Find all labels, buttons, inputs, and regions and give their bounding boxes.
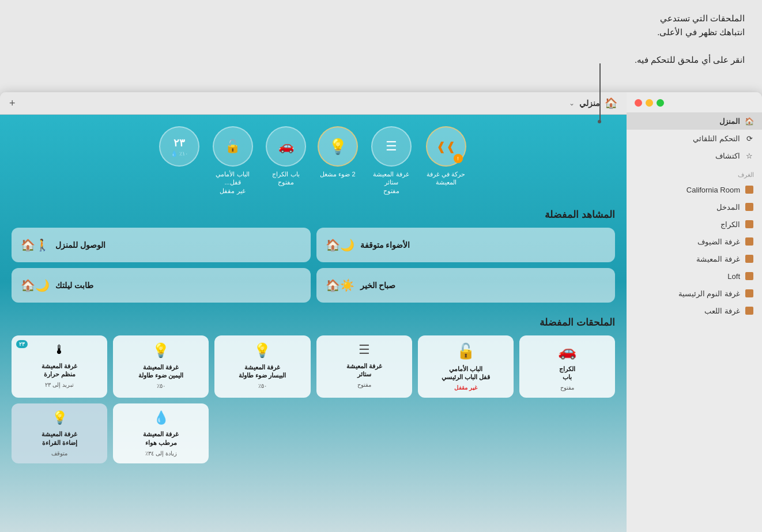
room-icon-master bbox=[745, 289, 754, 298]
accessory-curtain-label: غرفة المعيشة ستائرمفتوح bbox=[369, 170, 413, 195]
accessory-lock-label: الباب الأمامي قفل...غير مقفل bbox=[211, 170, 254, 195]
spacer-4 bbox=[214, 403, 310, 463]
room-master-label: غرفة النوم الرئيسية bbox=[678, 289, 740, 298]
scene-night-icon: 🌙🏠 bbox=[21, 278, 50, 292]
acc-card-reading-light[interactable]: 💡 غرفة المعيشةإضاءة القراءة متوقف bbox=[12, 403, 107, 463]
accessory-motion[interactable]: ❱❱ ! حركة في غرفة المعيشة bbox=[424, 126, 467, 195]
sidebar-item-entrance[interactable]: المدخل bbox=[627, 198, 762, 216]
acc-card-right-lamp-status: ٥٠٪ bbox=[157, 383, 165, 389]
spacer-1 bbox=[519, 403, 615, 463]
title-bar: 🏠 منزلي ⌄ + bbox=[0, 92, 627, 115]
scene-arrive-icon: 🚶🏠 bbox=[21, 238, 50, 252]
sidebar-item-discover[interactable]: ☆ اكتشاف bbox=[627, 147, 762, 164]
acc-card-curtain[interactable]: ☰ غرفة المعيشةستائر مفتوح bbox=[316, 335, 412, 398]
acc-card-right-lamp[interactable]: 💡 غرفة المعيشةاليمين ضوء طاولة ٥٠٪ bbox=[113, 335, 209, 398]
auto-icon: ⟳ bbox=[745, 134, 754, 143]
title-bar-chevron-icon: ⌄ bbox=[569, 99, 575, 107]
sidebar: 🏠 المنزل ⟳ التحكم التلقائي ☆ اكتشاف الغر… bbox=[627, 92, 762, 532]
acc-card-thermostat-status: تبريد إلى ٢٣ bbox=[45, 382, 74, 388]
accessories-grid-row1: 🚗 الكراجباب مفتوح 🔓 الباب الأماميقفل الب… bbox=[12, 335, 615, 398]
fullscreen-button[interactable] bbox=[657, 99, 664, 107]
acc-card-garage-title: الكراجباب bbox=[559, 365, 575, 382]
accessory-thermostat[interactable]: ٢٣ ١٠٪ 💧 bbox=[159, 126, 199, 195]
scene-good-morning[interactable]: صباح الخير ☀️🏠 bbox=[316, 268, 616, 303]
sidebar-item-garage[interactable]: الكراج bbox=[627, 216, 762, 233]
room-guest-label: غرفة الضيوف bbox=[697, 237, 740, 246]
content-area: ❱❱ ! حركة في غرفة المعيشة ☰ غرفة المعيشة… bbox=[0, 115, 627, 532]
scene-arrive-home[interactable]: الوصول للمنزل 🚶🏠 bbox=[12, 228, 311, 262]
acc-card-left-lamp-status: ٥٠٪ bbox=[258, 383, 267, 389]
curtain-icon: ☰ bbox=[386, 139, 397, 154]
acc-card-lock-title: الباب الأماميقفل الباب الرئيسي bbox=[442, 365, 490, 382]
acc-card-left-lamp[interactable]: 💡 غرفة المعيشةالبيسار ضوء طاولة ٥٠٪ bbox=[214, 335, 310, 398]
acc-card-left-lamp-title: غرفة المعيشةالبيسار ضوء طاولة bbox=[239, 363, 286, 380]
accessory-lights[interactable]: 💡 2 ضوء مشغل bbox=[318, 126, 358, 195]
acc-card-garage[interactable]: 🚗 الكراجباب مفتوح bbox=[519, 335, 615, 398]
thermostat-value: ٢٣ bbox=[173, 137, 185, 149]
room-icon-garage bbox=[745, 220, 754, 229]
sidebar-home-label: المنزل bbox=[719, 117, 740, 126]
title-bar-title: منزلي bbox=[579, 99, 600, 108]
scene-good-night[interactable]: طابت ليلتك 🌙🏠 bbox=[12, 268, 311, 303]
sidebar-discover-label: اكتشاف bbox=[715, 152, 740, 160]
title-bar-home-icon: 🏠 bbox=[605, 97, 617, 110]
room-icon-living bbox=[745, 254, 754, 263]
sidebar-item-california-room[interactable]: California Room bbox=[627, 181, 762, 198]
scene-morning-label: صباح الخير bbox=[360, 281, 396, 290]
traffic-lights bbox=[627, 92, 762, 112]
accessory-circle-motion: ❱❱ ! bbox=[426, 126, 466, 167]
rooms-section-label: الغرف bbox=[627, 164, 762, 181]
acc-card-left-lamp-icon: 💡 bbox=[254, 342, 271, 359]
scene-night-label: طابت ليلتك bbox=[55, 281, 93, 290]
room-icon-loft bbox=[745, 271, 754, 281]
motion-badge: ! bbox=[454, 154, 463, 163]
sidebar-item-auto[interactable]: ⟳ التحكم التلقائي bbox=[627, 130, 762, 147]
minimize-button[interactable] bbox=[646, 99, 653, 107]
star-icon: ☆ bbox=[745, 151, 754, 160]
acc-card-thermostat[interactable]: ٢٣ 🌡 غرفة المعيشةمنظم حرارة تبريد إلى ٢٣ bbox=[12, 335, 107, 398]
sidebar-item-loft[interactable]: Loft bbox=[627, 267, 762, 285]
sidebar-item-home[interactable]: 🏠 المنزل bbox=[627, 112, 762, 130]
scene-lights-off[interactable]: الأضواء متوقفة 🌙🏠 bbox=[316, 228, 616, 262]
accessory-circle-lights: 💡 bbox=[318, 126, 358, 167]
acc-card-humidifier-status: زيادة إلى ٣٤٪ bbox=[145, 450, 177, 456]
acc-card-humidifier[interactable]: 💧 غرفة المعيشةمرطب هواء زيادة إلى ٣٤٪ bbox=[113, 403, 209, 463]
acc-card-reading-status: متوقف bbox=[51, 450, 67, 456]
acc-card-lock-icon: 🔓 bbox=[457, 342, 475, 360]
acc-card-humidifier-icon: 💧 bbox=[153, 410, 169, 425]
room-play-label: غرفة اللعب bbox=[704, 307, 740, 315]
acc-card-front-lock[interactable]: 🔓 الباب الأماميقفل الباب الرئيسي غير مقف… bbox=[418, 335, 514, 398]
annotation-pointer-dot bbox=[598, 120, 601, 123]
acc-card-curtain-icon: ☰ bbox=[359, 342, 370, 357]
annotation-pointer-line bbox=[599, 63, 601, 121]
add-button[interactable]: + bbox=[9, 97, 16, 110]
garage-door-icon: 🚗 bbox=[278, 139, 294, 154]
acc-card-lock-status: غير مقفل bbox=[454, 384, 477, 391]
acc-card-garage-icon: 🚗 bbox=[558, 342, 576, 360]
annotation-text: الملحقات التي تستدعي انتباهك تظهر في الأ… bbox=[635, 12, 745, 67]
accessory-circle-curtain: ☰ bbox=[371, 126, 412, 167]
sidebar-item-master-bedroom[interactable]: غرفة النوم الرئيسية bbox=[627, 285, 762, 302]
acc-card-thermostat-title: غرفة المعيشةمنظم حرارة bbox=[42, 362, 77, 379]
accessory-circle-garage: 🚗 bbox=[266, 126, 306, 167]
accessory-front-lock[interactable]: 🔓 الباب الأمامي قفل...غير مقفل bbox=[211, 126, 254, 195]
scenes-section-title: المشاهد المفضلة bbox=[12, 209, 615, 221]
close-button[interactable] bbox=[635, 99, 642, 107]
acc-card-right-lamp-icon: 💡 bbox=[152, 342, 169, 359]
accessory-curtain[interactable]: ☰ غرفة المعيشة ستائرمفتوح bbox=[369, 126, 413, 195]
room-icon-guest bbox=[745, 237, 754, 246]
sidebar-item-living[interactable]: غرفة المعيشة bbox=[627, 250, 762, 267]
acc-card-curtain-title: غرفة المعيشةستائر bbox=[346, 362, 382, 379]
lock-icon: 🔓 bbox=[225, 139, 240, 154]
lights-icon: 💡 bbox=[329, 138, 347, 156]
main-window: 🏠 المنزل ⟳ التحكم التلقائي ☆ اكتشاف الغر… bbox=[0, 92, 762, 532]
top-accessories-row: ❱❱ ! حركة في غرفة المعيشة ☰ غرفة المعيشة… bbox=[12, 126, 615, 195]
sidebar-item-guest[interactable]: غرفة الضيوف bbox=[627, 233, 762, 250]
sidebar-item-playroom[interactable]: غرفة اللعب bbox=[627, 302, 762, 319]
spacer-3 bbox=[316, 403, 412, 463]
acc-card-thermostat-icon: 🌡 bbox=[53, 342, 66, 357]
accessory-garage-door[interactable]: 🚗 باب الكراجمفتوح bbox=[266, 126, 306, 195]
room-icon-entrance bbox=[745, 202, 754, 212]
accessory-lights-label: 2 ضوء مشغل bbox=[320, 170, 355, 178]
room-loft-label: Loft bbox=[727, 272, 740, 281]
